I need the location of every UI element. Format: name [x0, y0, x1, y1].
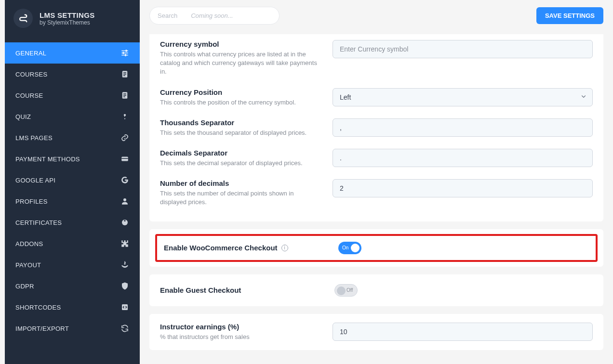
toggle-knob — [351, 244, 360, 252]
decimals-separator-input[interactable] — [333, 149, 593, 167]
sidebar-header: LMS SETTINGS by StylemixThemes — [5, 0, 140, 37]
svg-rect-11 — [123, 93, 126, 94]
row-instructor-earnings: Instructor earnings (%) % that instructo… — [160, 323, 593, 341]
currency-symbol-title: Currency symbol — [160, 40, 319, 48]
highlight-box: Enable WooCommerce Checkout i On — [155, 234, 598, 262]
user-icon — [120, 197, 129, 206]
card-icon — [120, 155, 129, 163]
svg-rect-9 — [123, 75, 125, 76]
enable-woo-toggle[interactable]: On — [338, 242, 361, 254]
app-title: LMS SETTINGS — [40, 11, 94, 19]
currency-symbol-desc: This controls what currency prices are l… — [160, 50, 319, 77]
number-of-decimals-input[interactable] — [333, 179, 593, 197]
currency-settings-card: Currency symbol This controls what curre… — [149, 34, 603, 221]
sidebar-item-payment-methods[interactable]: PAYMENT METHODS — [5, 148, 140, 169]
sidebar-item-label: COURSE — [15, 92, 43, 99]
row-currency-symbol: Currency symbol This controls what curre… — [160, 34, 593, 82]
sidebar-item-gdpr[interactable]: GDPR — [5, 275, 140, 297]
refresh-icon — [120, 324, 129, 333]
sidebar: LMS SETTINGS by StylemixThemes GENERALCO… — [5, 0, 140, 364]
svg-rect-8 — [123, 74, 126, 75]
currency-position-desc: This controls the position of the curren… — [160, 98, 319, 107]
app-logo — [13, 9, 33, 28]
svg-point-14 — [124, 118, 125, 119]
payout-icon — [120, 260, 129, 269]
sidebar-item-course[interactable]: COURSE — [5, 85, 140, 106]
svg-rect-0 — [121, 51, 128, 52]
code-icon — [120, 303, 129, 312]
sidebar-item-label: COURSES — [15, 71, 47, 78]
svg-rect-12 — [123, 95, 126, 96]
puzzle-icon — [120, 239, 129, 248]
sidebar-item-label: IMPORT/EXPORT — [15, 325, 69, 332]
info-icon[interactable]: i — [281, 245, 288, 251]
currency-symbol-input[interactable] — [333, 40, 593, 58]
currency-position-title: Currency Position — [160, 88, 319, 96]
thousands-separator-input[interactable] — [333, 118, 593, 137]
row-number-of-decimals: Number of decimals This sets the number … — [160, 173, 593, 212]
sidebar-item-addons[interactable]: ADDONS — [5, 233, 140, 254]
badge-icon — [120, 218, 129, 227]
sidebar-item-label: PAYMENT METHODS — [15, 156, 80, 163]
enable-woo-title: Enable WooCommerce Checkout — [164, 244, 278, 252]
app-subtitle: by StylemixThemes — [40, 19, 94, 26]
instructor-earnings-card: Instructor earnings (%) % that instructo… — [149, 314, 603, 350]
number-of-decimals-title: Number of decimals — [160, 179, 319, 187]
row-currency-position: Currency Position This controls the posi… — [160, 82, 593, 113]
search-box[interactable]: Search Coming soon... — [149, 7, 280, 25]
woo-checkout-card: Enable WooCommerce Checkout i On — [149, 229, 603, 267]
save-settings-button[interactable]: SAVE SETTINGS — [536, 7, 603, 24]
thousands-separator-title: Thousands Separator — [160, 118, 319, 127]
shield-icon — [120, 282, 129, 290]
toggle-knob — [337, 286, 346, 295]
sidebar-nav: GENERALCOURSESCOURSEQUIZLMS PAGESPAYMENT… — [5, 37, 140, 345]
currency-position-select[interactable] — [333, 88, 593, 106]
toggle-off-label: Off — [346, 287, 353, 293]
sidebar-item-import-export[interactable]: IMPORT/EXPORT — [5, 318, 140, 339]
enable-guest-title: Enable Guest Checkout — [160, 286, 241, 294]
doc-icon — [120, 91, 129, 100]
svg-rect-4 — [123, 52, 124, 54]
topbar: Search Coming soon... SAVE SETTINGS — [149, 0, 603, 34]
decimals-separator-title: Decimals Separator — [160, 149, 319, 157]
svg-rect-1 — [121, 52, 128, 53]
svg-rect-13 — [123, 96, 125, 97]
row-thousands-separator: Thousands Separator This sets the thousa… — [160, 113, 593, 143]
sidebar-item-label: GDPR — [15, 283, 34, 290]
sidebar-item-label: PROFILES — [15, 198, 48, 205]
sidebar-item-label: LMS PAGES — [15, 134, 53, 142]
sidebar-item-quiz[interactable]: QUIZ — [5, 106, 140, 127]
svg-rect-3 — [126, 50, 127, 52]
sidebar-item-payout[interactable]: PAYOUT — [5, 254, 140, 275]
sidebar-item-label: ADDONS — [15, 240, 43, 247]
search-label: Search — [158, 12, 177, 19]
sidebar-item-general[interactable]: GENERAL — [5, 42, 140, 64]
svg-point-17 — [123, 198, 126, 201]
toggle-on-label: On — [342, 245, 348, 250]
sidebar-item-courses[interactable]: COURSES — [5, 64, 140, 85]
number-of-decimals-desc: This sets the number of decimal points s… — [160, 189, 319, 207]
link-icon — [120, 133, 129, 142]
row-decimals-separator: Decimals Separator This sets the decimal… — [160, 143, 593, 173]
sidebar-item-google-api[interactable]: GOOGLE API — [5, 169, 140, 191]
google-icon — [120, 176, 129, 184]
question-icon — [120, 112, 129, 121]
instructor-earnings-desc: % that instructors get from sales — [160, 333, 319, 341]
doc-icon — [120, 70, 129, 78]
sidebar-item-label: GOOGLE API — [15, 177, 55, 184]
sidebar-item-lms-pages[interactable]: LMS PAGES — [5, 127, 140, 148]
sidebar-item-certificates[interactable]: CERTIFICATES — [5, 212, 140, 233]
sidebar-item-label: SHORTCODES — [15, 304, 61, 311]
svg-rect-16 — [121, 158, 128, 159]
sidebar-item-profiles[interactable]: PROFILES — [5, 191, 140, 212]
sidebar-item-label: PAYOUT — [15, 261, 41, 269]
search-placeholder: Coming soon... — [191, 12, 271, 19]
sidebar-item-label: GENERAL — [15, 50, 46, 57]
decimals-separator-desc: This sets the decimal separator of displ… — [160, 159, 319, 168]
thousands-separator-desc: This sets the thousand separator of disp… — [160, 129, 319, 137]
sidebar-item-label: CERTIFICATES — [15, 219, 62, 226]
instructor-earnings-title: Instructor earnings (%) — [160, 323, 319, 331]
instructor-earnings-input[interactable] — [333, 323, 593, 341]
enable-guest-toggle[interactable]: Off — [334, 284, 358, 297]
sidebar-item-shortcodes[interactable]: SHORTCODES — [5, 297, 140, 318]
